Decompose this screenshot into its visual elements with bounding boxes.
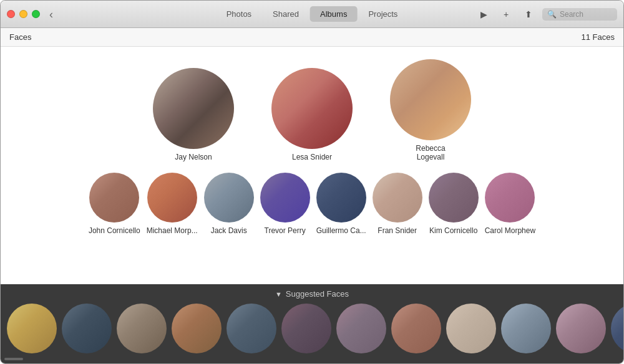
- face-inner-jay: [153, 68, 234, 149]
- bottom-indicator: [4, 358, 23, 360]
- search-icon: 🔍: [547, 10, 557, 19]
- bottom-bar: [1, 353, 623, 364]
- chevron-down-icon: ▼: [275, 290, 282, 298]
- face-item-lesa[interactable]: Lesa Snider: [271, 68, 353, 161]
- play-icon: ▶: [480, 9, 487, 19]
- share-icon: ⬆: [525, 9, 532, 19]
- small-faces-row: John Cornicello Michael Morp... Jack Dav…: [89, 173, 535, 235]
- suggested-face-3[interactable]: [117, 304, 167, 353]
- face-circle-lesa: [271, 68, 353, 149]
- search-input[interactable]: [560, 10, 616, 19]
- face-label-kim: Kim Cornicello: [429, 226, 477, 235]
- large-faces-row: Jay Nelson Lesa Snider Rebecca Logevall: [153, 59, 471, 161]
- face-circle-carol: [485, 173, 535, 223]
- face-item-jay[interactable]: Jay Nelson: [153, 68, 234, 161]
- faces-count: 11 Faces: [582, 32, 615, 42]
- suggested-face-5[interactable]: [227, 304, 276, 353]
- face-label-jack: Jack Davis: [211, 226, 247, 235]
- faces-label: Faces: [9, 32, 31, 42]
- face-label-carol: Carol Morphew: [485, 226, 535, 235]
- face-label-fran: Fran Snider: [378, 226, 417, 235]
- face-circle-trevor: [260, 173, 310, 223]
- face-circle-guillermo: [316, 173, 366, 223]
- face-label-rebecca: Rebecca Logevall: [402, 144, 459, 161]
- face-item-kim[interactable]: Kim Cornicello: [429, 173, 479, 235]
- face-circle-jack: [204, 173, 254, 223]
- face-circle-john: [89, 173, 139, 223]
- faces-section: Jay Nelson Lesa Snider Rebecca Logevall …: [1, 47, 623, 284]
- tab-photos[interactable]: Photos: [217, 6, 261, 22]
- tab-albums[interactable]: Albums: [310, 6, 357, 22]
- back-button[interactable]: ‹: [49, 9, 53, 20]
- suggested-face-2[interactable]: [62, 304, 112, 353]
- face-circle-jay: [153, 68, 234, 149]
- face-label-guillermo: Guillermo Ca...: [316, 226, 366, 235]
- add-button[interactable]: +: [497, 7, 515, 22]
- face-item-fran[interactable]: Fran Snider: [373, 173, 422, 235]
- tab-projects[interactable]: Projects: [358, 6, 407, 22]
- tab-shared[interactable]: Shared: [263, 6, 309, 22]
- suggested-face-10[interactable]: [501, 304, 551, 353]
- titlebar: ‹ Photos Shared Albums Projects ▶ + ⬆ 🔍: [1, 1, 623, 28]
- suggested-face-4[interactable]: [172, 304, 222, 353]
- play-button[interactable]: ▶: [475, 7, 492, 22]
- face-item-guillermo[interactable]: Guillermo Ca...: [316, 173, 366, 235]
- close-button[interactable]: [7, 10, 15, 18]
- maximize-button[interactable]: [32, 10, 40, 18]
- suggested-face-9[interactable]: [446, 304, 496, 353]
- window-buttons: [7, 10, 40, 18]
- suggested-face-6[interactable]: [281, 304, 331, 353]
- face-circle-michael: [147, 173, 197, 223]
- minimize-button[interactable]: [19, 10, 27, 18]
- face-item-trevor[interactable]: Trevor Perry: [260, 173, 310, 235]
- suggested-header[interactable]: ▼ Suggested Faces: [1, 289, 623, 299]
- face-item-john[interactable]: John Cornicello: [89, 173, 140, 235]
- face-circle-kim: [429, 173, 479, 223]
- suggested-faces-row: [1, 304, 623, 353]
- face-circle-fran: [373, 173, 422, 223]
- search-box[interactable]: 🔍: [542, 8, 617, 21]
- face-item-rebecca[interactable]: Rebecca Logevall: [390, 59, 471, 161]
- suggested-face-1[interactable]: [7, 304, 57, 353]
- face-item-michael[interactable]: Michael Morp...: [147, 173, 198, 235]
- nav-tabs: Photos Shared Albums Projects: [217, 6, 408, 22]
- suggested-header-text: Suggested Faces: [286, 289, 349, 299]
- main-content: Jay Nelson Lesa Snider Rebecca Logevall …: [1, 47, 623, 364]
- face-label-trevor: Trevor Perry: [265, 226, 306, 235]
- suggested-face-12[interactable]: [611, 304, 623, 353]
- face-circle-rebecca: [390, 59, 471, 140]
- suggested-face-7[interactable]: [336, 304, 386, 353]
- face-item-jack[interactable]: Jack Davis: [204, 173, 254, 235]
- face-item-carol[interactable]: Carol Morphew: [485, 173, 535, 235]
- suggested-face-11[interactable]: [556, 304, 606, 353]
- faces-bar: Faces 11 Faces: [1, 28, 623, 47]
- face-inner-rebecca: [390, 59, 471, 140]
- face-inner-lesa: [271, 68, 353, 149]
- face-label-jay: Jay Nelson: [175, 153, 212, 161]
- share-button[interactable]: ⬆: [520, 7, 537, 22]
- face-label-michael: Michael Morp...: [147, 226, 198, 235]
- face-label-john: John Cornicello: [89, 226, 140, 235]
- suggested-section: ▼ Suggested Faces: [1, 284, 623, 353]
- titlebar-right: ▶ + ⬆ 🔍: [475, 7, 617, 22]
- face-label-lesa: Lesa Snider: [292, 153, 332, 161]
- add-icon: +: [504, 9, 509, 19]
- suggested-face-8[interactable]: [391, 304, 441, 353]
